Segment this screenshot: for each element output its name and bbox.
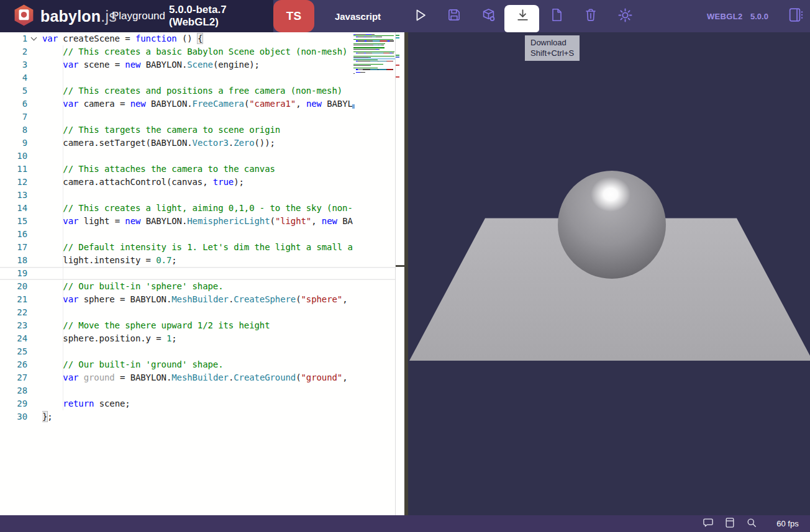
code-line-18[interactable]: 18 light.intensity = 0.7; [0, 254, 396, 267]
code-text: // Our built-in 'ground' shape. [42, 358, 353, 371]
typescript-toggle-button[interactable]: TS [273, 0, 314, 32]
code-text [42, 228, 353, 241]
ruler-decoration-mark [396, 35, 399, 36]
search-button[interactable] [744, 515, 759, 532]
download-button[interactable] [509, 0, 536, 32]
sphere-specular-highlight [591, 177, 630, 212]
code-line-30[interactable]: 30}; [0, 410, 396, 423]
line-number: 2 [0, 45, 27, 58]
code-line-25[interactable]: 25 [0, 345, 396, 358]
line-number: 20 [0, 280, 27, 293]
code-line-7[interactable]: 7 [0, 110, 396, 124]
line-gutter: 24 [0, 332, 42, 345]
header-bar: babylon.js Playground5.0.0-beta.7 (WebGL… [0, 0, 810, 32]
line-gutter: 28 [0, 384, 42, 397]
code-text: var createScene = function () { [42, 32, 353, 45]
new-playground-button[interactable] [543, 0, 570, 32]
settings-button[interactable] [611, 0, 639, 32]
render-scene [408, 32, 810, 515]
line-number: 21 [0, 293, 27, 306]
code-line-8[interactable]: 8 // This targets the camera to scene or… [0, 124, 396, 137]
line-number: 24 [0, 332, 27, 345]
docs-button[interactable] [722, 515, 737, 532]
render-canvas[interactable] [408, 32, 810, 515]
language-selector[interactable]: Javascript [321, 0, 395, 32]
code-text: return scene; [42, 397, 353, 410]
code-text: var light = new BABYLON.HemisphericLight… [42, 215, 353, 228]
tooltip-shortcut: Shift+Ctrl+S [530, 48, 574, 58]
code-line-24[interactable]: 24 sphere.position.y = 1; [0, 332, 396, 345]
code-line-17[interactable]: 17 // Default intensity is 1. Let's dim … [0, 241, 396, 254]
code-line-15[interactable]: 15 var light = new BABYLON.HemisphericLi… [0, 215, 396, 228]
code-text: var camera = new BABYLON.FreeCamera("cam… [42, 97, 353, 110]
status-bar [0, 515, 810, 532]
new-file-icon [548, 7, 565, 25]
code-line-5[interactable]: 5 // This creates and positions a free c… [0, 84, 396, 97]
minimap[interactable] [353, 34, 395, 468]
inspector-icon [480, 7, 497, 26]
code-editor[interactable]: 1var createScene = function () {2 // Thi… [0, 32, 404, 515]
code-line-1[interactable]: 1var createScene = function () { [0, 32, 396, 45]
line-number: 12 [0, 176, 27, 189]
run-icon [412, 7, 429, 26]
line-number: 19 [0, 267, 27, 280]
line-gutter: 11 [0, 163, 42, 176]
code-line-13[interactable]: 13 [0, 189, 396, 202]
line-gutter: 2 [0, 45, 42, 58]
code-line-12[interactable]: 12 camera.attachControl(canvas, true); [0, 176, 396, 189]
line-number: 13 [0, 189, 27, 202]
code-line-20[interactable]: 20 // Our built-in 'sphere' shape. [0, 280, 396, 293]
code-line-10[interactable]: 10 [0, 150, 396, 163]
examples-button[interactable] [781, 0, 810, 32]
code-text: }; [42, 410, 353, 423]
code-text [42, 189, 353, 202]
code-line-6[interactable]: 6 var camera = new BABYLON.FreeCamera("c… [0, 97, 396, 110]
code-line-9[interactable]: 9 camera.setTarget(BABYLON.Vector3.Zero(… [0, 137, 396, 150]
code-line-4[interactable]: 4 [0, 71, 396, 84]
line-number: 9 [0, 137, 27, 150]
minimap-cursor-tick [352, 104, 355, 109]
line-gutter: 25 [0, 345, 42, 358]
clear-button[interactable] [577, 0, 604, 32]
code-line-29[interactable]: 29 return scene; [0, 397, 396, 410]
fold-chevron-icon[interactable] [27, 32, 42, 45]
line-gutter: 16 [0, 228, 42, 241]
line-gutter: 27 [0, 371, 42, 384]
run-button[interactable] [406, 0, 434, 32]
code-text [42, 110, 353, 124]
babylon-logo[interactable]: babylon.js [12, 4, 117, 29]
code-line-3[interactable]: 3 var scene = new BABYLON.Scene(engine); [0, 58, 396, 71]
code-line-11[interactable]: 11 // This attaches the camera to the ca… [0, 163, 396, 176]
code-line-2[interactable]: 2 // This creates a basic Babylon Scene … [0, 45, 396, 58]
overview-ruler [396, 32, 404, 515]
line-gutter: 13 [0, 189, 42, 202]
code-line-28[interactable]: 28 [0, 384, 396, 397]
code-line-21[interactable]: 21 var sphere = BABYLON.MeshBuilder.Crea… [0, 293, 396, 306]
code-line-23[interactable]: 23 // Move the sphere upward 1/2 its hei… [0, 319, 396, 332]
examples-icon [787, 6, 804, 26]
code-line-14[interactable]: 14 // This creates a light, aiming 0,1,0… [0, 202, 396, 215]
line-number: 25 [0, 345, 27, 358]
inspector-button[interactable] [475, 0, 502, 32]
code-line-22[interactable]: 22 [0, 306, 396, 319]
code-line-26[interactable]: 26 // Our built-in 'ground' shape. [0, 358, 396, 371]
code-line-27[interactable]: 27 var ground = BABYLON.MeshBuilder.Crea… [0, 371, 396, 384]
logo-wordmark: babylon.js [40, 7, 117, 25]
line-gutter: 3 [0, 58, 42, 71]
line-number: 17 [0, 241, 27, 254]
line-gutter: 26 [0, 358, 42, 371]
line-number: 11 [0, 163, 27, 176]
line-gutter: 7 [0, 110, 42, 124]
save-button[interactable] [440, 0, 468, 32]
code-line-19[interactable]: 19 [0, 267, 396, 280]
line-gutter: 29 [0, 397, 42, 410]
line-gutter: 15 [0, 215, 42, 228]
code-text: light.intensity = 0.7; [42, 254, 353, 267]
line-number: 16 [0, 228, 27, 241]
save-icon [446, 7, 462, 25]
splitter-handle[interactable] [396, 265, 404, 267]
code-lines: 1var createScene = function () {2 // Thi… [0, 32, 404, 423]
code-line-16[interactable]: 16 [0, 228, 396, 241]
comments-button[interactable] [701, 515, 716, 532]
code-text: // This creates a basic Babylon Scene ob… [42, 45, 353, 58]
